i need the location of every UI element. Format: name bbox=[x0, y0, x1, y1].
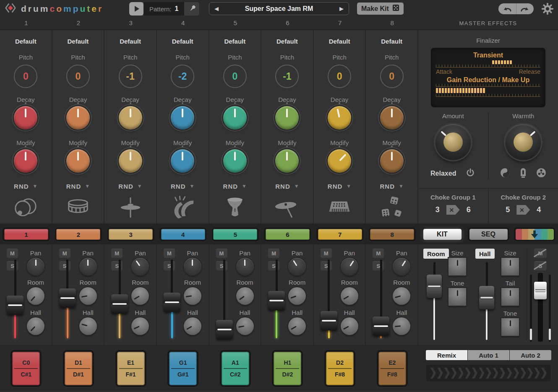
hall-send-knob[interactable] bbox=[131, 317, 149, 335]
choke-group-1-channel-b[interactable]: 6 bbox=[467, 205, 471, 214]
next-kit-arrow-icon[interactable]: ▶ bbox=[339, 5, 344, 12]
channel-select-button[interactable]: 1 bbox=[3, 228, 50, 241]
choke-group-1-channel-a[interactable]: 3 bbox=[435, 205, 440, 214]
randomize-control[interactable]: RND ▼ bbox=[14, 182, 37, 190]
room-send-knob[interactable] bbox=[79, 287, 97, 305]
kick-drum-icon[interactable] bbox=[13, 194, 39, 221]
warmth-knob[interactable] bbox=[505, 124, 541, 160]
pitch-control[interactable]: -2 bbox=[171, 65, 194, 88]
mute-button[interactable]: M bbox=[7, 249, 18, 258]
trigger-pad[interactable]: A1 C#2 bbox=[220, 350, 251, 387]
choke-group-1-clear-button[interactable]: ✕ bbox=[446, 205, 460, 215]
mute-button[interactable]: M bbox=[59, 249, 70, 258]
modify-knob[interactable] bbox=[14, 149, 37, 173]
pattern-display[interactable]: Pattern: 1 bbox=[143, 2, 184, 16]
master-mute-button[interactable]: M bbox=[534, 249, 547, 258]
trigger-pad[interactable]: D1 D#1 bbox=[63, 350, 94, 387]
trigger-pad[interactable]: C0 C#1 bbox=[10, 350, 42, 387]
trigger-pad[interactable]: E2 F#8 bbox=[377, 350, 408, 387]
randomize-control[interactable]: RND ▼ bbox=[380, 182, 403, 190]
pan-knob[interactable] bbox=[288, 258, 306, 275]
channel-volume-fader[interactable] bbox=[321, 260, 337, 340]
hall-tone-knob[interactable] bbox=[501, 318, 519, 336]
room-tone-knob[interactable] bbox=[448, 288, 466, 306]
channel-select-button[interactable]: 5 bbox=[212, 228, 259, 241]
previous-kit-arrow-icon[interactable]: ◀ bbox=[214, 5, 219, 12]
mute-button[interactable]: M bbox=[216, 249, 227, 258]
master-solo-button[interactable]: S bbox=[534, 261, 547, 270]
auto-1-tab[interactable]: Auto 1 bbox=[468, 350, 509, 360]
channel-volume-fader[interactable] bbox=[7, 260, 23, 340]
hall-send-knob[interactable] bbox=[79, 317, 97, 335]
hihat-icon[interactable] bbox=[117, 194, 143, 221]
mute-button[interactable]: M bbox=[321, 249, 332, 258]
preset-selector[interactable]: Default bbox=[381, 38, 402, 46]
preset-selector[interactable]: Default bbox=[276, 38, 298, 46]
randomize-control[interactable]: RND ▼ bbox=[328, 182, 351, 190]
hall-tail-knob[interactable] bbox=[501, 288, 519, 306]
seq-view-button[interactable]: SEQ bbox=[468, 227, 509, 241]
pitch-control[interactable]: 0 bbox=[380, 65, 404, 88]
kit-view-button[interactable]: KIT bbox=[422, 227, 463, 241]
synth-icon[interactable] bbox=[326, 194, 352, 221]
pitch-control[interactable]: -1 bbox=[275, 65, 299, 88]
mute-button[interactable]: M bbox=[373, 249, 384, 258]
trigger-pad[interactable]: G1 G#1 bbox=[167, 350, 198, 387]
saturation-curve-icon[interactable] bbox=[500, 167, 511, 180]
compressor-mode-selector[interactable]: Relaxed bbox=[430, 170, 456, 177]
power-icon[interactable] bbox=[465, 168, 475, 179]
modify-knob[interactable] bbox=[119, 149, 142, 173]
preset-selector[interactable]: Default bbox=[172, 38, 193, 46]
choke-group-2-channel-b[interactable]: 4 bbox=[537, 205, 541, 214]
channel-select-button[interactable]: 4 bbox=[159, 228, 206, 241]
room-return-fader[interactable] bbox=[427, 262, 442, 342]
pan-knob[interactable] bbox=[27, 258, 44, 275]
channel-select-button[interactable]: 8 bbox=[369, 228, 416, 241]
randomize-control[interactable]: RND ▼ bbox=[275, 182, 299, 190]
randomize-control[interactable]: RND ▼ bbox=[171, 182, 194, 190]
hall-send-knob[interactable] bbox=[184, 317, 201, 335]
preset-selector[interactable]: Default bbox=[68, 38, 89, 46]
hall-send-knob[interactable] bbox=[341, 317, 358, 335]
snare-drum-icon[interactable] bbox=[65, 194, 91, 221]
decay-knob[interactable] bbox=[14, 106, 37, 130]
preset-selector[interactable]: Default bbox=[15, 38, 37, 46]
pitch-control[interactable]: 0 bbox=[14, 65, 37, 88]
undo-button[interactable] bbox=[498, 3, 516, 14]
modify-knob[interactable] bbox=[380, 149, 404, 173]
room-send-knob[interactable] bbox=[288, 287, 306, 305]
finalizer-display[interactable]: Transient Attack Release Gain Reduction … bbox=[431, 48, 545, 107]
room-send-knob[interactable] bbox=[184, 287, 201, 305]
choke-group-2-channel-a[interactable]: 5 bbox=[506, 205, 510, 214]
channel-volume-fader[interactable] bbox=[268, 260, 285, 340]
trigger-pad[interactable]: H1 D#2 bbox=[272, 350, 303, 387]
trigger-pad[interactable]: E1 F#1 bbox=[115, 350, 146, 387]
pan-knob[interactable] bbox=[393, 258, 410, 275]
hall-send-knob[interactable] bbox=[288, 317, 306, 335]
channel-volume-fader[interactable] bbox=[111, 260, 128, 340]
channel-select-button[interactable]: 2 bbox=[55, 228, 102, 241]
preset-selector[interactable]: Default bbox=[224, 38, 245, 46]
channel-volume-fader[interactable] bbox=[164, 260, 180, 340]
remix-tab[interactable]: Remix bbox=[426, 350, 467, 360]
pan-knob[interactable] bbox=[341, 258, 358, 275]
decay-knob[interactable] bbox=[223, 106, 247, 130]
amount-knob[interactable] bbox=[435, 124, 471, 160]
channel-volume-fader[interactable] bbox=[59, 260, 76, 340]
pin-pattern-button[interactable] bbox=[184, 2, 199, 16]
decay-knob[interactable] bbox=[171, 106, 194, 130]
decay-knob[interactable] bbox=[380, 106, 404, 130]
tape-reel-icon[interactable] bbox=[536, 167, 547, 180]
pan-knob[interactable] bbox=[236, 258, 254, 275]
modify-knob[interactable] bbox=[328, 149, 351, 173]
play-button[interactable] bbox=[129, 2, 143, 16]
mute-button[interactable]: M bbox=[164, 249, 175, 258]
room-send-knob[interactable] bbox=[393, 287, 410, 305]
decay-knob[interactable] bbox=[66, 106, 90, 130]
hall-reverb-button[interactable]: Hall bbox=[475, 249, 495, 259]
room-send-knob[interactable] bbox=[131, 287, 149, 305]
hall-send-knob[interactable] bbox=[393, 317, 410, 335]
settings-button[interactable] bbox=[540, 2, 555, 16]
channel-select-button[interactable]: 6 bbox=[264, 228, 311, 241]
choke-group-2-clear-button[interactable]: ✕ bbox=[516, 205, 530, 215]
